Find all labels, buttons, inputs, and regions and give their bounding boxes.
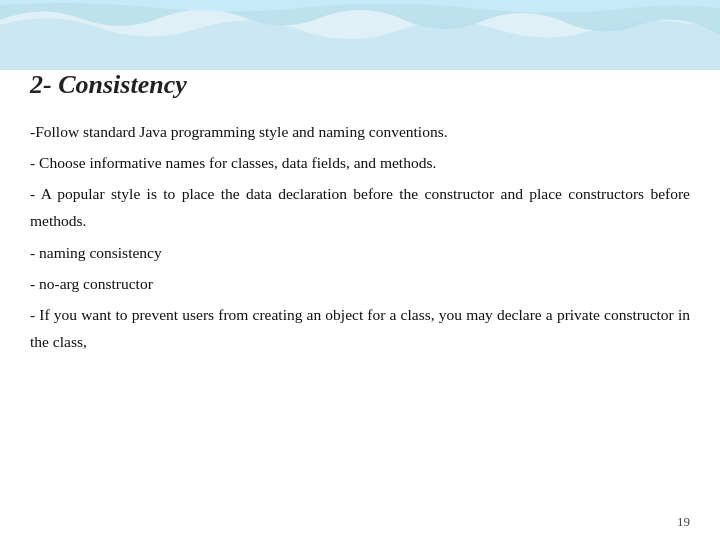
page-number: 19 [677,514,690,530]
body-line-5: - no-arg constructor [30,270,690,297]
slide-title: 2- Consistency [30,70,690,100]
slide-container: 2- Consistency -Follow standard Java pro… [0,0,720,540]
body-line-6: - If you want to prevent users from crea… [30,301,690,355]
body-line-4: - naming consistency [30,239,690,266]
body-line-1: -Follow standard Java programming style … [30,118,690,145]
body-line-3: - A popular style is to place the data d… [30,180,690,234]
body-line-2: - Choose informative names for classes, … [30,149,690,176]
wave-header [0,0,720,70]
content-area: 2- Consistency -Follow standard Java pro… [30,70,690,510]
slide-body: -Follow standard Java programming style … [30,118,690,355]
